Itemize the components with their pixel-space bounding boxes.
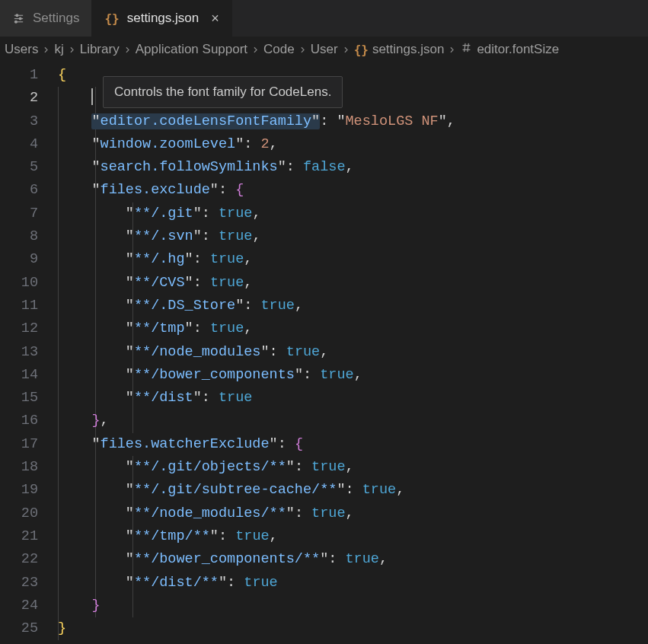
code-line[interactable]: "files.watcherExclude": {: [58, 433, 648, 456]
svg-point-5: [15, 21, 18, 23]
code-line[interactable]: "**/.hg": true,: [58, 248, 648, 271]
line-number: 20: [0, 502, 38, 525]
code-line[interactable]: "**/bower_components": true,: [58, 364, 648, 387]
line-number: 9: [0, 248, 38, 271]
line-number: 22: [0, 548, 38, 571]
code-line[interactable]: "**/bower_components/**": true,: [58, 548, 648, 571]
line-number: 10: [0, 272, 38, 295]
line-number: 2: [0, 87, 38, 110]
tab-settings-ui[interactable]: Settings: [0, 0, 92, 37]
code-line[interactable]: "**/.svn": true,: [58, 225, 648, 248]
crumb-symbol[interactable]: editor.fontSize: [460, 41, 559, 58]
code-line[interactable]: "**/tmp": true,: [58, 317, 648, 340]
svg-point-1: [16, 14, 18, 16]
close-icon[interactable]: ×: [206, 11, 219, 27]
json-icon: {}: [104, 11, 119, 26]
chevron-right-icon: [123, 45, 132, 55]
code-line[interactable]: "**/.git/objects/**": true,: [58, 456, 648, 479]
crumb[interactable]: Application Support: [136, 42, 247, 57]
line-number: 11: [0, 295, 38, 317]
tab-bar: Settings {} settings.json ×: [0, 0, 648, 37]
hover-tooltip: Controls the font family for CodeLens.: [103, 76, 343, 108]
line-number: 23: [0, 572, 38, 595]
line-number: 3: [0, 110, 38, 133]
crumb[interactable]: Code: [263, 42, 295, 57]
line-number: 14: [0, 364, 38, 387]
code-line[interactable]: "**/CVS": true,: [58, 272, 648, 295]
tab-label: Settings: [33, 11, 79, 26]
chevron-right-icon: [41, 45, 51, 55]
line-number: 16: [0, 410, 38, 432]
code-line[interactable]: "**/dist": true: [58, 387, 648, 410]
code-line[interactable]: "**/.git/subtree-cache/**": true,: [58, 479, 648, 502]
code-line[interactable]: "editor.codeLensFontFamily": "MesloLGS N…: [58, 110, 648, 133]
line-number: 1: [0, 64, 38, 87]
cursor: [91, 88, 93, 105]
code-line[interactable]: "**/.DS_Store": true,: [58, 295, 648, 317]
line-number: 7: [0, 202, 38, 225]
chevron-right-icon: [67, 45, 77, 55]
crumb[interactable]: Library: [80, 42, 120, 57]
crumb[interactable]: kj: [54, 42, 63, 57]
svg-line-9: [468, 43, 468, 52]
code-line[interactable]: "**/tmp/**": true,: [58, 525, 648, 548]
code-line[interactable]: "**/dist/**": true: [58, 572, 648, 595]
line-number: 21: [0, 525, 38, 548]
line-number: 4: [0, 133, 38, 156]
line-number: 19: [0, 479, 38, 502]
gutter: 1234567891011121314151617181920212223242…: [0, 64, 50, 640]
json-icon: {}: [354, 43, 369, 57]
line-number: 15: [0, 387, 38, 410]
hover-text: Controls the font family for CodeLens.: [114, 84, 331, 99]
code-line[interactable]: "**/.git": true,: [58, 202, 648, 225]
crumb[interactable]: Users: [5, 42, 38, 57]
breadcrumb: Users kj Library Application Support Cod…: [0, 37, 648, 64]
line-number: 25: [0, 617, 38, 640]
svg-point-3: [19, 18, 21, 20]
line-number: 6: [0, 179, 38, 202]
chevron-right-icon: [251, 45, 260, 55]
code-line[interactable]: },: [58, 410, 648, 432]
code-area[interactable]: { "editor.codeLensFontFamily": "MesloLGS…: [50, 64, 648, 640]
code-line[interactable]: "window.zoomLevel": 2,: [58, 133, 648, 156]
line-number: 5: [0, 156, 38, 179]
code-line[interactable]: }: [58, 617, 648, 640]
line-number: 12: [0, 317, 38, 340]
code-line[interactable]: "**/node_modules/**": true,: [58, 502, 648, 525]
code-line[interactable]: "search.followSymlinks": false,: [58, 156, 648, 179]
tab-settings-json[interactable]: {} settings.json ×: [92, 0, 231, 37]
chevron-right-icon: [447, 45, 457, 55]
tab-label: settings.json: [127, 11, 200, 26]
settings-icon: [12, 12, 25, 25]
chevron-right-icon: [298, 45, 308, 55]
line-number: 8: [0, 225, 38, 248]
line-number: 24: [0, 595, 38, 617]
chevron-right-icon: [341, 45, 351, 55]
crumb[interactable]: User: [311, 42, 338, 57]
crumb-symbol-label: editor.fontSize: [477, 42, 559, 57]
line-number: 17: [0, 433, 38, 456]
line-number: 13: [0, 341, 38, 364]
editor[interactable]: 1234567891011121314151617181920212223242…: [0, 64, 648, 640]
code-line[interactable]: "**/node_modules": true,: [58, 341, 648, 364]
number-icon: [460, 41, 473, 58]
crumb-file[interactable]: {} settings.json: [354, 42, 445, 57]
crumb-file-label: settings.json: [372, 42, 445, 57]
svg-line-8: [464, 43, 465, 52]
code-line[interactable]: }: [58, 595, 648, 617]
code-line[interactable]: "files.exclude": {: [58, 179, 648, 202]
line-number: 18: [0, 456, 38, 479]
